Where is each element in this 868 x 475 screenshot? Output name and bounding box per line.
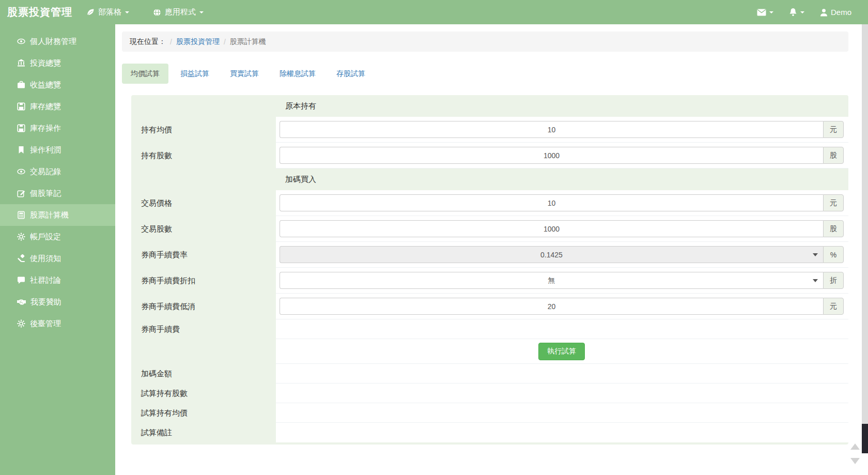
nav-menu-label: 部落格 <box>98 7 121 17</box>
notifications-menu[interactable] <box>789 8 804 17</box>
sidebar-item-investment-overview[interactable]: 投資總覽 <box>0 52 115 74</box>
breadcrumb-current: 股票計算機 <box>230 37 266 47</box>
sidebar-item-label: 交易記錄 <box>30 167 61 177</box>
gavel-icon <box>17 254 25 263</box>
run-calculation-row: 執行試算 <box>131 339 848 364</box>
sidebar-item-personal-finance[interactable]: 個人財務管理 <box>0 30 115 52</box>
unit-addon: % <box>823 246 844 263</box>
chevron-down-icon <box>800 11 804 13</box>
broker-fee-minimum-row: 券商手續費低消 元 <box>131 294 848 319</box>
select-value: 無 <box>548 276 555 285</box>
unit-addon: 元 <box>823 121 844 138</box>
chevron-down-icon <box>769 11 773 13</box>
broker-fee-rate-select: 0.1425 <box>280 246 823 263</box>
main-content: 現在位置： / 股票投資管理 / 股票計算機 均價試算 損益試算 買賣試算 除權… <box>115 24 868 475</box>
breadcrumb-separator: / <box>224 38 226 46</box>
breadcrumb-link-stock-management[interactable]: 股票投資管理 <box>176 37 220 47</box>
sidebar-item-operation-profit[interactable]: 操作利潤 <box>0 139 115 161</box>
holding-shares-row: 持有股數 股 <box>131 143 848 168</box>
sidebar-item-label: 社群討論 <box>30 275 61 285</box>
broker-fee-discount-select[interactable]: 無 <box>280 272 823 289</box>
result-shares-row: 試算持有股數 <box>131 384 848 403</box>
sidebar-item-inventory-overview[interactable]: 庫存總覽 <box>0 96 115 117</box>
eye-icon <box>17 37 25 45</box>
sidebar-item-account-settings[interactable]: 帳戶設定 <box>0 226 115 248</box>
field-label: 券商手續費率 <box>131 242 276 268</box>
sidebar-item-label: 庫存總覽 <box>30 102 61 112</box>
save-icon <box>17 102 25 111</box>
holding-price-row: 持有均價 元 <box>131 117 848 143</box>
field-label: 持有均價 <box>131 117 276 143</box>
sidebar-item-transaction-records[interactable]: 交易記錄 <box>0 161 115 182</box>
unit-addon: 元 <box>823 194 844 211</box>
broker-fee-result-value <box>276 319 848 339</box>
field-label: 券商手續費折扣 <box>131 268 276 294</box>
section-add-on-buy: 加碼買入 <box>131 168 848 190</box>
result-avg-price-row: 試算持有均價 <box>131 403 848 423</box>
top-navbar: 股票投資管理 部落格 應用程式 <box>0 0 868 24</box>
breadcrumb-separator: / <box>170 38 172 46</box>
tab-stock-saving[interactable]: 存股試算 <box>328 64 374 84</box>
user-icon <box>820 8 828 17</box>
result-note-value <box>276 423 848 442</box>
unit-addon: 折 <box>823 272 844 289</box>
trade-shares-input[interactable] <box>280 220 823 237</box>
sidebar-item-community-discussion[interactable]: 社群討論 <box>0 269 115 291</box>
user-menu[interactable]: Demo <box>820 8 851 17</box>
tab-average-price[interactable]: 均價試算 <box>122 64 168 84</box>
section-title: 原本持有 <box>131 95 316 117</box>
scroll-to-bottom-arrow-icon[interactable] <box>850 458 860 464</box>
field-label: 交易股數 <box>131 216 276 242</box>
sidebar-item-sponsor[interactable]: 我要贊助 <box>0 291 115 313</box>
tab-ex-dividend[interactable]: 除權息試算 <box>271 64 324 84</box>
sidebar-item-inventory-operations[interactable]: 庫存操作 <box>0 117 115 139</box>
trade-price-input[interactable] <box>280 194 823 211</box>
holding-shares-input[interactable] <box>280 147 823 164</box>
sidebar-item-stock-calculator[interactable]: 股票計算機 <box>0 204 115 226</box>
save-icon <box>17 124 25 132</box>
sidebar-item-income-overview[interactable]: 收益總覽 <box>0 74 115 96</box>
sidebar-item-label: 個股筆記 <box>30 189 61 198</box>
broker-fee-minimum-input[interactable] <box>280 298 823 315</box>
broker-fee-result-row: 券商手續費 <box>131 319 848 339</box>
sidebar-item-label: 收益總覽 <box>30 80 61 90</box>
select-value: 0.1425 <box>540 251 563 259</box>
result-avg-price-value <box>276 403 848 423</box>
section-title: 加碼買入 <box>131 168 316 190</box>
breadcrumb: 現在位置： / 股票投資管理 / 股票計算機 <box>122 32 848 52</box>
sidebar-item-usage-notice[interactable]: 使用須知 <box>0 248 115 269</box>
sidebar-item-stock-notes[interactable]: 個股筆記 <box>0 182 115 204</box>
holding-price-input[interactable] <box>280 121 823 138</box>
broker-fee-rate-row: 券商手續費率 0.1425 % <box>131 242 848 268</box>
bank-icon <box>17 59 25 67</box>
field-label: 持有股數 <box>131 143 276 168</box>
nav-menu-blog[interactable]: 部落格 <box>86 7 129 17</box>
briefcase-icon <box>17 81 25 89</box>
edit-icon <box>17 189 25 197</box>
field-label: 試算持有均價 <box>131 403 276 423</box>
messages-menu[interactable] <box>757 9 773 16</box>
tab-profit-loss[interactable]: 損益試算 <box>172 64 218 84</box>
gear-icon <box>17 319 25 328</box>
sidebar-item-backend-admin[interactable]: 後臺管理 <box>0 313 115 334</box>
nav-menu-label: 應用程式 <box>165 7 196 17</box>
field-label: 加碼金額 <box>131 364 276 384</box>
bookmark-icon <box>17 146 25 154</box>
scrollbar-track[interactable] <box>862 24 868 424</box>
chevron-down-icon <box>813 279 818 282</box>
handshake-icon <box>17 298 26 306</box>
result-amount-row: 加碼金額 <box>131 364 848 384</box>
breadcrumb-prefix: 現在位置： <box>130 37 166 47</box>
calculator-tabs: 均價試算 損益試算 買賣試算 除權息試算 存股試算 <box>122 64 848 84</box>
leaf-icon <box>86 8 95 17</box>
field-label: 券商手續費 <box>131 319 276 339</box>
sidebar-item-label: 股票計算機 <box>30 210 69 220</box>
trade-shares-row: 交易股數 股 <box>131 216 848 242</box>
scrollbar-thumb[interactable] <box>862 424 868 453</box>
tab-buy-sell[interactable]: 買賣試算 <box>221 64 268 84</box>
scroll-to-top-arrow-icon[interactable] <box>850 443 860 450</box>
run-calculation-button[interactable]: 執行試算 <box>538 343 585 360</box>
broker-fee-discount-row: 券商手續費折扣 無 折 <box>131 268 848 294</box>
sidebar-item-label: 帳戶設定 <box>30 232 61 242</box>
nav-menu-apps[interactable]: 應用程式 <box>153 7 204 17</box>
